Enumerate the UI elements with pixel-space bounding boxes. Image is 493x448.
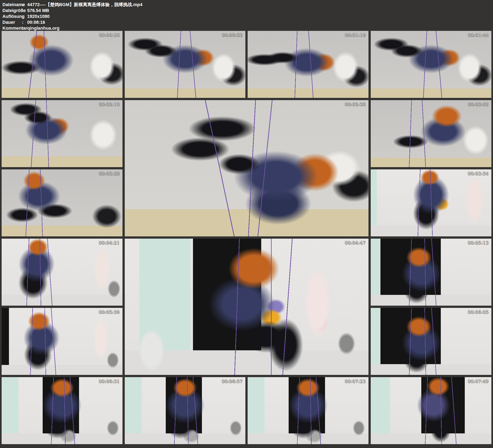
metadata-row: Kommentar : qinglanhua.org <box>2 25 493 31</box>
thumbnail-timestamp: 00:05:39 <box>99 310 120 314</box>
metadata-label: Dateigröße <box>2 8 22 13</box>
metadata-row: Dateiname : 44772----【楚鸽BGM】新模离离悬缚体验，脱缚挑… <box>2 2 493 8</box>
video-thumbnail[interactable]: 00:04:21 <box>2 239 123 306</box>
thumbnail-timestamp: 00:02:10 <box>99 102 120 107</box>
metadata-value: 1920x1080 <box>27 13 50 19</box>
thumbnail-timestamp: 00:05:13 <box>468 240 489 245</box>
video-thumbnail[interactable]: 00:01:44 <box>371 31 492 98</box>
thumbnail-timestamp: 00:03:54 <box>468 171 489 176</box>
thumbnail-timestamp: 00:04:47 <box>345 240 366 245</box>
thumbnail-timestamp: 00:06:57 <box>222 379 243 384</box>
thumbnail-timestamp: 00:02:36 <box>345 102 366 107</box>
metadata-separator: : <box>22 19 27 25</box>
video-thumbnail[interactable]: 00:05:39 <box>2 308 123 375</box>
thumbnail-timestamp: 00:07:23 <box>345 379 366 384</box>
video-thumbnail[interactable]: 00:02:10 <box>2 100 123 167</box>
metadata-label: Dauer <box>2 19 22 25</box>
video-thumbnail[interactable]: 00:06:05 <box>371 308 492 375</box>
video-thumbnail[interactable]: 00:04:47 <box>125 239 369 375</box>
metadata-label: Dateiname <box>2 2 22 8</box>
thumbnail-timestamp: 00:07:49 <box>468 379 489 384</box>
thumbnail-timestamp: 00:03:02 <box>468 102 489 107</box>
metadata-row: Dauer : 00:08:16 <box>2 19 493 25</box>
metadata-value: 00:08:16 <box>27 19 45 25</box>
metadata-separator: : <box>22 13 27 19</box>
thumbnail-timestamp: 00:04:21 <box>99 240 120 245</box>
video-thumbnail[interactable]: 00:03:02 <box>371 100 492 167</box>
video-thumbnail[interactable]: 00:02:36 <box>125 100 369 236</box>
video-thumbnail[interactable]: 00:01:18 <box>248 31 369 98</box>
metadata-label: Kommentar <box>2 25 22 31</box>
metadata-value: 576.54 MB <box>27 8 49 13</box>
video-thumbnail[interactable]: 00:00:52 <box>125 31 246 98</box>
metadata-value: 44772----【楚鸽BGM】新模离离悬缚体验，脱缚挑战.mp4 <box>27 2 142 8</box>
metadata-row: Dateigröße : 576.54 MB <box>2 8 493 13</box>
video-thumbnail[interactable]: 00:03:54 <box>371 169 492 236</box>
video-thumbnail[interactable]: 00:07:49 <box>371 377 492 444</box>
video-thumbnail[interactable]: 00:00:26 <box>2 31 123 98</box>
thumbnail-timestamp: 00:06:05 <box>468 310 489 314</box>
metadata-separator: : <box>22 2 27 8</box>
thumbnail-grid: 00:00:26 00:00:52 00:01:18 00:01:44 00:0… <box>2 31 491 444</box>
thumbnail-timestamp: 00:01:18 <box>345 33 366 38</box>
metadata-row: Auflösung : 1920x1080 <box>2 13 493 19</box>
video-thumbnail[interactable]: 00:06:31 <box>2 377 123 444</box>
metadata-value: qinglanhua.org <box>27 25 59 31</box>
metadata-separator: : <box>22 8 27 13</box>
video-thumbnail[interactable]: 00:07:23 <box>248 377 369 444</box>
file-metadata: Dateiname : 44772----【楚鸽BGM】新模离离悬缚体验，脱缚挑… <box>0 0 493 31</box>
video-thumbnail[interactable]: 00:06:57 <box>125 377 246 444</box>
video-contact-sheet: Dateiname : 44772----【楚鸽BGM】新模离离悬缚体验，脱缚挑… <box>0 0 493 448</box>
metadata-label: Auflösung <box>2 13 22 19</box>
thumbnail-timestamp: 00:06:31 <box>99 379 120 384</box>
thumbnail-timestamp: 00:01:44 <box>468 33 489 38</box>
video-thumbnail[interactable]: 00:05:13 <box>371 239 492 306</box>
thumbnail-timestamp: 00:03:28 <box>99 171 120 176</box>
metadata-separator: : <box>22 25 27 31</box>
thumbnail-timestamp: 00:00:52 <box>222 33 243 38</box>
thumbnail-timestamp: 00:00:26 <box>99 33 120 38</box>
video-thumbnail[interactable]: 00:03:28 <box>2 169 123 236</box>
